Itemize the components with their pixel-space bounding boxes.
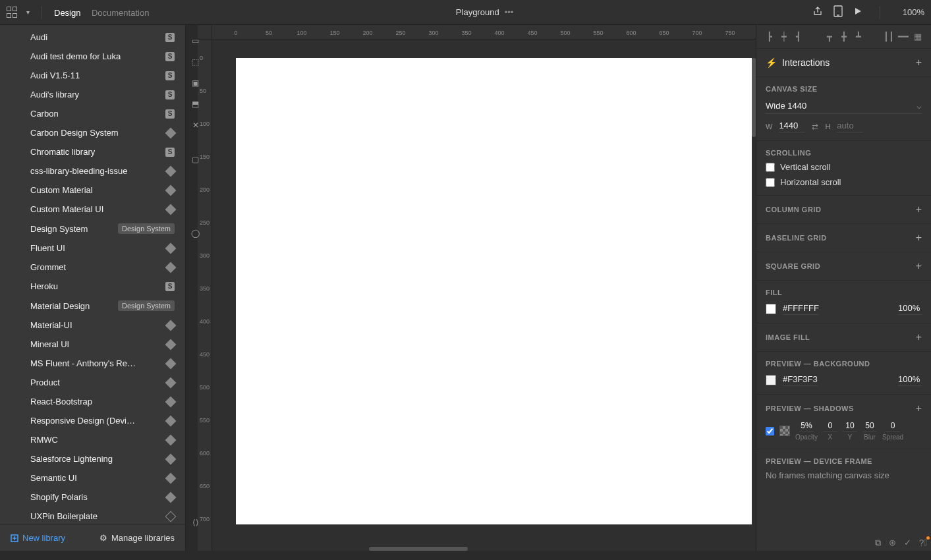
library-item[interactable]: Fluent UI [0,238,185,258]
align-bottom-icon[interactable]: ┻ [852,30,865,43]
new-library-button[interactable]: New library [11,533,65,543]
library-item[interactable]: css-library-bleeding-issue [0,161,185,181]
align-top-icon[interactable]: ┳ [823,30,836,43]
ruler-tick: 400 [494,30,504,36]
app-menu-chevron[interactable]: ▾ [26,9,30,16]
scrolling-section: SCROLLING Vertical scroll Horizontal scr… [756,141,931,196]
document-menu-icon[interactable]: ••• [505,7,514,17]
canvas-preset-dropdown[interactable]: Wide 1440⌵ [766,98,922,114]
image-fill-section[interactable]: IMAGE FILL+ [756,323,931,352]
add-column-grid-button[interactable]: + [916,204,922,215]
canvas[interactable] [236,58,752,524]
horizontal-scroll-checkbox[interactable]: Horizontal scroll [766,177,922,187]
library-item[interactable]: Responsive Design (DeviceVie... [0,411,185,430]
library-item[interactable]: Material-UI [0,316,185,335]
shadow-x-input[interactable]: 0 [823,421,837,432]
library-item[interactable]: UXPin Boilerplate [0,507,185,524]
shadow-opacity-input[interactable]: 5% [799,421,814,432]
manage-libraries-button[interactable]: ⚙ Manage libraries [99,533,175,543]
help-icon[interactable]: ?⃝ [919,538,927,548]
ruler-tick: 150 [329,30,339,36]
distribute-h-icon[interactable]: ┃┃ [882,30,895,43]
library-item[interactable]: Chromatic libraryS [0,142,185,161]
library-item[interactable]: AudiS [0,28,185,47]
library-item[interactable]: React-Bootstrap [0,392,185,411]
column-grid-section[interactable]: COLUMN GRID+ [756,196,931,224]
shadow-color-swatch[interactable] [779,426,790,436]
responsive-icon[interactable]: ⧉ [875,538,881,548]
sync-status-icon[interactable]: ✓ [904,538,911,548]
library-item[interactable]: Grommet [0,258,185,277]
preview-bg-hex-input[interactable]: #F3F3F3 [783,374,818,386]
tool-icon[interactable]: ▢ [186,153,204,166]
library-item[interactable]: Audi V1.5-11S [0,66,185,85]
shadow-blur-input[interactable]: 50 [862,421,877,432]
preview-bg-opacity-input[interactable]: 100% [898,374,922,386]
library-item[interactable]: CarbonS [0,104,185,123]
interactions-section[interactable]: ⚡Interactions + [756,49,931,77]
add-shadow-button[interactable]: + [916,403,922,414]
add-square-grid-button[interactable]: + [916,260,922,272]
add-baseline-grid-button[interactable]: + [916,232,922,244]
distribute-v-icon[interactable]: ━━ [897,30,910,43]
vertical-scroll-checkbox[interactable]: Vertical scroll [766,162,922,172]
square-grid-section[interactable]: SQUARE GRID+ [756,252,931,281]
scrollbar-horizontal[interactable] [369,547,468,551]
library-item[interactable]: HerokuS [0,277,185,296]
swap-wh-icon[interactable]: ⇄ [812,122,818,131]
canvas-height-input[interactable]: auto [837,121,863,132]
tool-icon[interactable]: ◯ [186,227,204,240]
library-item[interactable]: Material DesignDesign System [0,296,185,316]
library-item[interactable]: Custom Material [0,181,185,200]
share-icon[interactable] [812,6,823,18]
library-item[interactable]: Audi's libraryS [0,85,185,104]
baseline-grid-section[interactable]: BASELINE GRID+ [756,224,931,252]
library-item[interactable]: Salesforce Lightening [0,449,185,468]
fill-opacity-input[interactable]: 100% [898,303,922,315]
shadow-spread-input[interactable]: 0 [886,421,900,432]
library-item[interactable]: RMWC [0,430,185,449]
tool-icon[interactable]: ▭ [186,34,204,47]
library-item[interactable]: Audi test demo for LukaS [0,47,185,66]
tool-icon[interactable]: ⬒ [186,98,204,111]
library-name: Design System [30,224,88,234]
app-menu-icon[interactable] [7,7,18,18]
add-image-fill-button[interactable]: + [916,331,922,343]
library-item[interactable]: Product [0,373,185,392]
library-item[interactable]: Design SystemDesign System [0,219,185,238]
tool-icon[interactable]: ⟨⟩ [186,516,204,529]
fill-hex-input[interactable]: #FFFFFF [783,303,819,315]
libraries-list[interactable]: AudiSAudi test demo for LukaSAudi V1.5-1… [0,25,185,524]
library-item[interactable]: MS Fluent - Anthony's Repo [0,354,185,373]
play-icon[interactable] [853,7,862,18]
tab-design[interactable]: Design [54,8,80,18]
preview-bg-swatch[interactable] [766,375,776,385]
library-item[interactable]: Carbon Design System [0,123,185,142]
zoom-level[interactable]: 100% [903,7,924,17]
align-right-icon[interactable]: ┫ [792,30,805,43]
ruler-tick: 0 [234,30,237,36]
shadow-enabled-checkbox[interactable] [766,427,774,435]
align-middle-icon[interactable]: ╋ [837,30,851,43]
grid-icon[interactable]: ▦ [911,30,924,43]
device-preview-icon[interactable] [833,5,843,19]
fill-swatch[interactable] [766,304,776,314]
align-center-h-icon[interactable]: ┿ [777,30,791,43]
libraries-dropdown: AudiSAudi test demo for LukaSAudi V1.5-1… [0,25,186,551]
document-title: Playground [456,7,499,17]
tab-documentation[interactable]: Documentation [92,8,149,18]
add-interaction-button[interactable]: + [916,57,922,69]
library-name: Custom Material [30,185,93,195]
library-item[interactable]: Semantic UI [0,468,185,488]
ruler-horizontal[interactable]: 0501001502002503003504004505005506006507… [212,25,756,40]
shadow-y-input[interactable]: 10 [843,421,857,432]
tool-icon[interactable]: ▣ [186,76,204,90]
accessibility-icon[interactable]: ⊛ [889,538,896,548]
library-item[interactable]: Custom Material UI [0,200,185,219]
tool-icon[interactable]: ✕ [186,119,204,132]
library-item[interactable]: Mineral UI [0,335,185,354]
library-item[interactable]: Shopify Polaris [0,488,185,507]
tool-icon[interactable]: ⬚ [186,55,204,69]
align-left-icon[interactable]: ┣ [763,30,776,43]
canvas-width-input[interactable]: 1440 [779,121,805,132]
